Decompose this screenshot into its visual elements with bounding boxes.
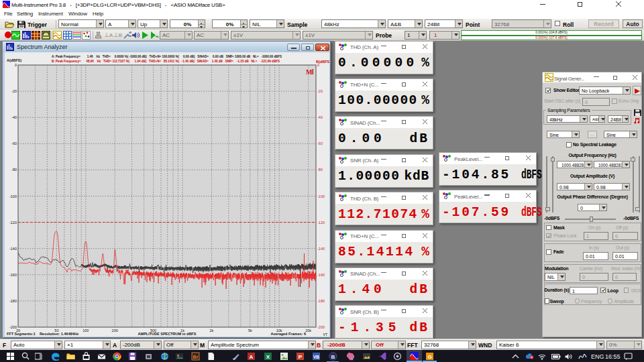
svg-text:A: A (249, 354, 253, 360)
svg-text:-180: -180 (9, 299, 17, 303)
svg-text:5k: 5k (248, 328, 252, 333)
svg-text:-120: -120 (317, 221, 325, 225)
svg-text:-200: -200 (317, 325, 325, 329)
svg-text:P: P (298, 354, 302, 360)
svg-text:AMPLITUDE SPECTRUM in dBFS: AMPLITUDE SPECTRUM in dBFS (138, 332, 197, 336)
svg-text:A: Peak Frequency= 1.46: A: Peak Frequency= 1.46 Hz THD= 0.0000 %… (52, 54, 282, 58)
svg-text:B: Peak Frequency= 48.96: B: Peak Frequency= 48.96 Hz THD= 112.710… (52, 59, 280, 63)
svg-text:-40: -40 (317, 115, 323, 119)
svg-text:X: X (266, 354, 270, 360)
svg-text:-40: -40 (11, 115, 17, 119)
svg-text:20k: 20k (305, 328, 311, 333)
svg-text:-60: -60 (11, 141, 17, 145)
svg-text:Br: Br (193, 355, 198, 359)
svg-text:VB: VB (313, 355, 319, 359)
svg-text:-140: -140 (9, 247, 17, 251)
svg-text:100: 100 (83, 328, 89, 333)
svg-text:FFT Segments:1 Resolution:: FFT Segments:1 Resolution: 1.46484Hz (7, 332, 79, 336)
svg-text:0: 0 (15, 63, 17, 67)
svg-text:-60: -60 (317, 141, 323, 145)
svg-text:-160: -160 (317, 273, 325, 277)
svg-text:-20: -20 (317, 89, 323, 93)
svg-text:-140: -140 (317, 247, 325, 251)
svg-text:-120: -120 (9, 221, 17, 225)
svg-text:A(dBFS): A(dBFS) (7, 58, 21, 62)
svg-text:-160: -160 (9, 273, 17, 277)
svg-text:2k: 2k (209, 328, 213, 333)
svg-text:Averaged Frames: 6: Averaged Frames: 6 (271, 332, 306, 336)
svg-text:0: 0 (317, 63, 319, 67)
svg-text:-100: -100 (317, 194, 325, 198)
svg-text:B: B (331, 354, 335, 360)
svg-text:-180: -180 (317, 299, 325, 303)
svg-text:M: M (306, 68, 313, 76)
svg-text:-100: -100 (9, 194, 17, 198)
svg-text:G: G (427, 354, 431, 360)
svg-text:VT: VT (323, 333, 327, 337)
svg-text:-80: -80 (317, 168, 323, 172)
svg-text:-80: -80 (11, 168, 17, 172)
svg-text:-20: -20 (11, 89, 17, 93)
svg-text:200: 200 (112, 328, 118, 333)
